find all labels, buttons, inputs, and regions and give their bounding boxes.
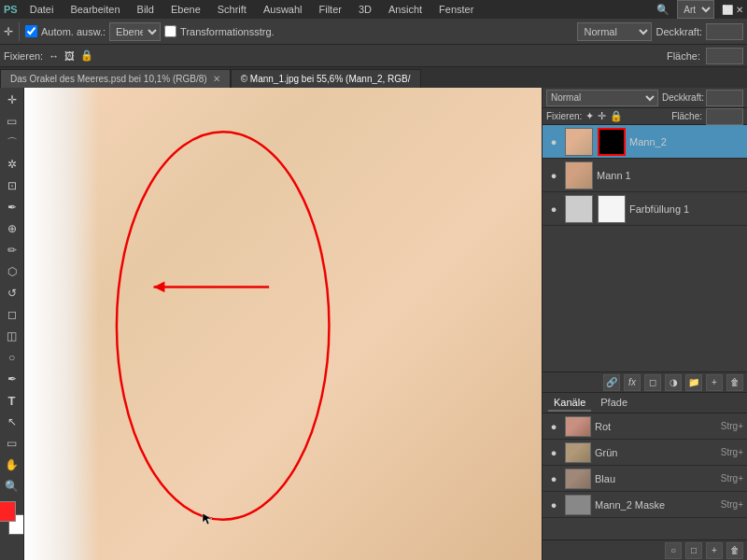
main-area: ✛ ▭ ⌒ ✲ ⊡ ✒ ⊕ ✏ ⬡ ↺ ◻ ◫ ○ ✒ T ↖ ▭ ✋ 🔍	[0, 88, 747, 560]
menu-datei[interactable]: Datei	[25, 3, 59, 16]
new-layer-btn[interactable]: +	[706, 374, 723, 391]
stamp-tool[interactable]: ⬡	[2, 261, 22, 282]
layers-opacity-input[interactable]: 100%	[706, 90, 743, 106]
fill-label: Fläche:	[667, 50, 700, 62]
path-select-tool[interactable]: ↖	[2, 412, 22, 432]
menu-bild[interactable]: Bild	[133, 3, 159, 16]
layer-farb-name: Farbfüllung 1	[629, 203, 743, 215]
channels-header: Kanäle Pfade	[543, 393, 747, 413]
transform-label: Transformationsstrg.	[180, 26, 274, 37]
lock-image-icon[interactable]: 🖼	[64, 50, 75, 62]
gradient-tool[interactable]: ◫	[2, 326, 22, 346]
layer-row-mann2[interactable]: ● Mann_2	[543, 125, 747, 159]
layer-mann1-name: Mann 1	[597, 170, 743, 181]
channel-load-btn[interactable]: ○	[665, 542, 682, 559]
channel-mannmaske-thumb	[565, 495, 591, 515]
fill-input[interactable]: 100%	[706, 48, 743, 64]
eraser-tool[interactable]: ◻	[2, 304, 22, 325]
pen-tool[interactable]: ✒	[2, 369, 22, 389]
layer-farb-visibility[interactable]: ●	[546, 202, 561, 217]
search-icon: 🔍	[656, 4, 669, 16]
link-layers-btn[interactable]: 🔗	[603, 374, 620, 391]
window-controls: ⬜ ✕	[722, 5, 743, 15]
channel-rot-thumb	[565, 416, 591, 437]
menu-bearbeiten[interactable]: Bearbeiten	[65, 3, 124, 16]
lock-all-icon[interactable]: 🔒	[80, 49, 93, 62]
channel-blau-visibility[interactable]: ●	[546, 471, 561, 486]
menu-bar: PS Datei Bearbeiten Bild Ebene Schrift A…	[0, 0, 747, 19]
canvas-white-area	[24, 88, 99, 560]
menu-fenster[interactable]: Fenster	[434, 3, 478, 16]
zoom-tool[interactable]: 🔍	[2, 476, 22, 497]
menu-3d[interactable]: 3D	[354, 3, 376, 16]
channel-rot-name: Rot	[595, 421, 717, 432]
layers-opacity-label: Deckkraft:	[662, 92, 704, 103]
dodge-tool[interactable]: ○	[2, 347, 22, 368]
channel-new-btn[interactable]: +	[706, 542, 723, 559]
menu-auswahl[interactable]: Auswahl	[259, 3, 307, 16]
channel-row-gruen[interactable]: ● Grün Strg+	[543, 440, 747, 466]
mask-btn[interactable]: ◻	[644, 374, 661, 391]
tab-orakel[interactable]: Das Orakel des Meeres.psd bei 10,1% (RGB…	[0, 69, 231, 88]
menu-schrift[interactable]: Schrift	[213, 3, 251, 16]
foreground-color-swatch[interactable]	[0, 501, 16, 522]
channel-save-btn[interactable]: □	[685, 542, 702, 559]
fix-position-icon[interactable]: ✛	[598, 110, 606, 122]
layer-row-farb[interactable]: ● Farbfüllung 1	[543, 192, 747, 226]
ps-logo: PS	[4, 4, 18, 15]
tab-orakel-close[interactable]: ✕	[213, 74, 220, 84]
channels-actions: ○ □ + 🗑	[543, 539, 747, 560]
layers-blend-select[interactable]: Normal	[546, 90, 658, 106]
text-tool[interactable]: T	[2, 390, 22, 411]
lasso-tool[interactable]: ⌒	[2, 133, 22, 153]
opacity-input[interactable]: 100%	[706, 23, 743, 40]
layer-row-mann1[interactable]: ● Mann 1	[543, 159, 747, 192]
layer-mann1-visibility[interactable]: ●	[546, 168, 561, 183]
menu-filter[interactable]: Filter	[315, 3, 346, 16]
tab-mann1[interactable]: © Mann_1.jpg bei 55,6% (Mann_2, RGB/	[231, 69, 421, 88]
history-tool[interactable]: ↺	[2, 283, 22, 303]
eyedropper-tool[interactable]: ✒	[2, 197, 22, 217]
channel-row-rot[interactable]: ● Rot Strg+	[543, 413, 747, 440]
auto-select-type[interactable]: Ebene	[109, 22, 161, 41]
delete-layer-btn[interactable]: 🗑	[726, 374, 743, 391]
channel-gruen-visibility[interactable]: ●	[546, 445, 561, 460]
healing-tool[interactable]: ⊕	[2, 218, 22, 239]
menu-ansicht[interactable]: Ansicht	[384, 3, 427, 16]
channel-row-blau[interactable]: ● Blau Strg+	[543, 466, 747, 492]
layer-mann2-visibility[interactable]: ●	[546, 134, 561, 149]
adjustment-btn[interactable]: ◑	[665, 374, 682, 391]
workspace-select[interactable]: Art	[677, 0, 714, 19]
brush-tool[interactable]: ✏	[2, 240, 22, 260]
magic-wand-tool[interactable]: ✲	[2, 154, 22, 175]
channel-gruen-name: Grün	[595, 447, 717, 458]
channel-delete-btn[interactable]: 🗑	[726, 542, 743, 559]
crop-tool[interactable]: ⊡	[2, 175, 22, 196]
move-tool[interactable]: ✛	[2, 90, 22, 110]
channel-mannmaske-visibility[interactable]: ●	[546, 497, 561, 512]
canvas-area[interactable]	[24, 88, 542, 560]
selection-tool[interactable]: ▭	[2, 111, 22, 132]
tab-pfade[interactable]: Pfade	[595, 395, 633, 412]
tab-mann1-label: © Mann_1.jpg bei 55,6% (Mann_2, RGB/	[241, 74, 411, 84]
lock-position-icon[interactable]: ↔	[49, 50, 59, 62]
canvas-image	[24, 88, 542, 560]
tab-kanaele[interactable]: Kanäle	[548, 395, 591, 412]
channel-rot-visibility[interactable]: ●	[546, 419, 561, 434]
fix-all-icon[interactable]: 🔒	[610, 110, 623, 122]
channel-row-mannmaske[interactable]: ● Mann_2 Maske Strg+	[543, 492, 747, 518]
transform-checkbox[interactable]	[164, 25, 176, 37]
fix-pixel-icon[interactable]: ✦	[585, 110, 594, 122]
menu-ebene[interactable]: Ebene	[166, 3, 205, 16]
auto-select-checkbox[interactable]	[25, 25, 37, 37]
folder-btn[interactable]: 📁	[685, 374, 702, 391]
fx-btn[interactable]: fx	[624, 374, 641, 391]
eye-blau: ●	[551, 473, 557, 484]
toolbox: ✛ ▭ ⌒ ✲ ⊡ ✒ ⊕ ✏ ⬡ ↺ ◻ ◫ ○ ✒ T ↖ ▭ ✋ 🔍	[0, 88, 24, 560]
layers-fill-input[interactable]: 100%	[706, 108, 743, 125]
options-bar: Fixieren: ↔ 🖼 🔒 Fläche: 100%	[0, 45, 747, 67]
blend-mode-select[interactable]: Normal	[577, 22, 652, 41]
hand-tool[interactable]: ✋	[2, 455, 22, 475]
channel-gruen-shortcut: Strg+	[721, 447, 743, 457]
shape-tool[interactable]: ▭	[2, 433, 22, 454]
